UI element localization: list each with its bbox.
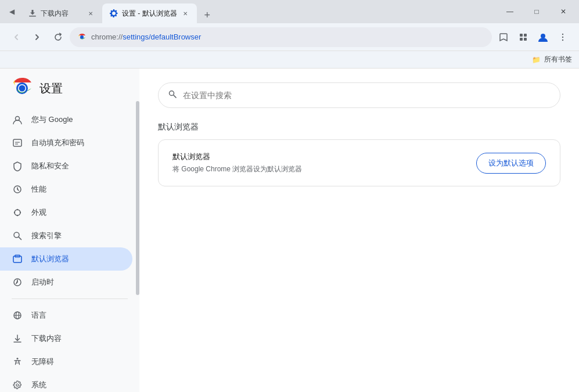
titlebar: ◀ 下载内容 ✕ 设置 - 默认浏览器 ✕ + — □ ✕ bbox=[0, 0, 579, 23]
svg-point-18 bbox=[15, 210, 20, 215]
main-layout: 设置 您与 Google 自动填充和密码 隐私和安全 性能 bbox=[0, 69, 579, 392]
sidebar-item-system-label: 系统 bbox=[31, 380, 46, 390]
appearance-icon bbox=[12, 207, 23, 218]
new-tab-button[interactable]: + bbox=[199, 7, 215, 23]
settings-favicon bbox=[109, 9, 118, 18]
search-engine-icon bbox=[12, 230, 23, 242]
content-area: 默认浏览器 默认浏览器 将 Google Chrome 浏览器设为默认浏览器 设… bbox=[139, 69, 579, 392]
default-browser-card: 默认浏览器 将 Google Chrome 浏览器设为默认浏览器 设为默认选项 bbox=[158, 139, 560, 186]
svg-rect-3 bbox=[524, 34, 527, 37]
back-button[interactable] bbox=[7, 28, 26, 46]
download-favicon bbox=[28, 9, 37, 18]
tab-settings-close[interactable]: ✕ bbox=[181, 9, 190, 18]
sidebar-item-default-browser-label: 默认浏览器 bbox=[31, 254, 69, 264]
chrome-back-btn[interactable]: ◀ bbox=[2, 0, 21, 23]
sidebar-header: 设置 bbox=[0, 78, 139, 108]
sidebar-item-autofill-label: 自动填充和密码 bbox=[31, 138, 84, 148]
forward-button[interactable] bbox=[28, 28, 46, 46]
svg-point-8 bbox=[562, 36, 563, 37]
sidebar-item-system[interactable]: 系统 bbox=[0, 373, 132, 392]
performance-icon bbox=[12, 184, 23, 195]
sidebar-item-downloads[interactable]: 下载内容 bbox=[0, 327, 132, 350]
address-path: settings/defaultBrowser bbox=[123, 33, 201, 41]
maximize-button[interactable]: □ bbox=[523, 0, 550, 23]
svg-point-22 bbox=[14, 212, 15, 213]
sidebar-item-performance-label: 性能 bbox=[31, 184, 46, 195]
svg-point-12 bbox=[19, 85, 26, 92]
autofill-icon bbox=[12, 137, 23, 149]
bookmarks-bar: 📁 所有书签 bbox=[0, 51, 579, 69]
sidebar-item-search[interactable]: 搜索引擎 bbox=[0, 224, 132, 247]
language-icon bbox=[12, 310, 23, 321]
startup-icon bbox=[12, 276, 23, 288]
google-icon bbox=[12, 114, 23, 125]
svg-point-32 bbox=[17, 358, 19, 359]
sidebar-item-appearance-label: 外观 bbox=[31, 207, 46, 218]
set-default-button[interactable]: 设为默认选项 bbox=[476, 153, 546, 174]
svg-rect-14 bbox=[13, 139, 21, 146]
sidebar-item-performance[interactable]: 性能 bbox=[0, 178, 132, 201]
close-button[interactable]: ✕ bbox=[550, 0, 577, 23]
sidebar-item-accessibility-label: 无障碍 bbox=[31, 357, 54, 367]
svg-point-9 bbox=[562, 39, 563, 40]
search-bar[interactable] bbox=[158, 82, 560, 108]
address-text: chrome://settings/defaultBrowser bbox=[91, 33, 484, 41]
folder-icon: 📁 bbox=[532, 56, 541, 64]
sidebar-item-startup[interactable]: 启动时 bbox=[0, 271, 132, 294]
card-left: 默认浏览器 将 Google Chrome 浏览器设为默认浏览器 bbox=[172, 152, 302, 174]
scrollbar-thumb[interactable] bbox=[136, 101, 139, 295]
sidebar-item-language-label: 语言 bbox=[31, 310, 46, 321]
sidebar-item-appearance[interactable]: 外观 bbox=[0, 201, 132, 224]
bookmark-button[interactable] bbox=[494, 28, 513, 46]
sidebar-item-default-browser[interactable]: 默认浏览器 bbox=[0, 247, 132, 271]
sidebar-item-accessibility[interactable]: 无障碍 bbox=[0, 350, 132, 373]
tab-settings[interactable]: 设置 - 默认浏览器 ✕ bbox=[102, 3, 197, 23]
search-input[interactable] bbox=[183, 91, 551, 100]
menu-button[interactable] bbox=[553, 28, 572, 46]
chrome-address-icon bbox=[77, 33, 87, 42]
sidebar-item-search-label: 搜索引擎 bbox=[31, 231, 62, 241]
sidebar-item-language[interactable]: 语言 bbox=[0, 304, 132, 327]
downloads-icon bbox=[12, 333, 23, 344]
profile-button[interactable] bbox=[534, 28, 552, 46]
privacy-icon bbox=[12, 160, 23, 172]
svg-point-20 bbox=[20, 212, 21, 213]
svg-point-6 bbox=[541, 34, 545, 38]
sidebar-item-downloads-label: 下载内容 bbox=[31, 333, 62, 344]
all-bookmarks-label[interactable]: 所有书签 bbox=[544, 55, 572, 64]
svg-rect-2 bbox=[520, 34, 523, 37]
tab-downloads-title: 下载内容 bbox=[41, 9, 82, 19]
sidebar-item-google[interactable]: 您与 Google bbox=[0, 108, 132, 131]
minimize-button[interactable]: — bbox=[497, 0, 523, 23]
sidebar-item-autofill[interactable]: 自动填充和密码 bbox=[0, 131, 132, 154]
sidebar-item-privacy[interactable]: 隐私和安全 bbox=[0, 154, 132, 178]
svg-point-19 bbox=[17, 209, 18, 210]
svg-line-24 bbox=[19, 237, 21, 240]
sidebar-divider bbox=[12, 299, 128, 299]
svg-point-21 bbox=[17, 215, 18, 216]
window-controls: — □ ✕ bbox=[497, 0, 577, 23]
search-icon bbox=[168, 89, 177, 101]
sidebar-title: 设置 bbox=[39, 81, 63, 96]
tab-downloads-close[interactable]: ✕ bbox=[86, 9, 95, 18]
accessibility-icon bbox=[12, 356, 23, 368]
sidebar-item-google-label: 您与 Google bbox=[31, 114, 73, 125]
tab-bar: 下载内容 ✕ 设置 - 默认浏览器 ✕ + bbox=[21, 0, 497, 23]
svg-line-34 bbox=[174, 95, 176, 98]
address-bar[interactable]: chrome://settings/defaultBrowser bbox=[70, 27, 492, 47]
svg-point-7 bbox=[562, 33, 563, 34]
svg-rect-5 bbox=[524, 38, 527, 41]
tab-downloads[interactable]: 下载内容 ✕ bbox=[21, 3, 102, 23]
card-subtitle: 将 Google Chrome 浏览器设为默认浏览器 bbox=[172, 164, 302, 174]
card-title: 默认浏览器 bbox=[172, 152, 302, 162]
svg-rect-4 bbox=[520, 38, 523, 41]
tab-settings-title: 设置 - 默认浏览器 bbox=[122, 9, 177, 19]
default-browser-icon bbox=[12, 253, 23, 265]
extensions-button[interactable] bbox=[514, 28, 533, 46]
reload-button[interactable] bbox=[49, 28, 67, 46]
address-scheme: chrome:// bbox=[91, 33, 123, 41]
svg-point-33 bbox=[170, 91, 174, 96]
section-title: 默认浏览器 bbox=[158, 122, 560, 132]
sidebar-item-privacy-label: 隐私和安全 bbox=[31, 161, 69, 171]
sidebar-item-startup-label: 启动时 bbox=[31, 277, 54, 287]
